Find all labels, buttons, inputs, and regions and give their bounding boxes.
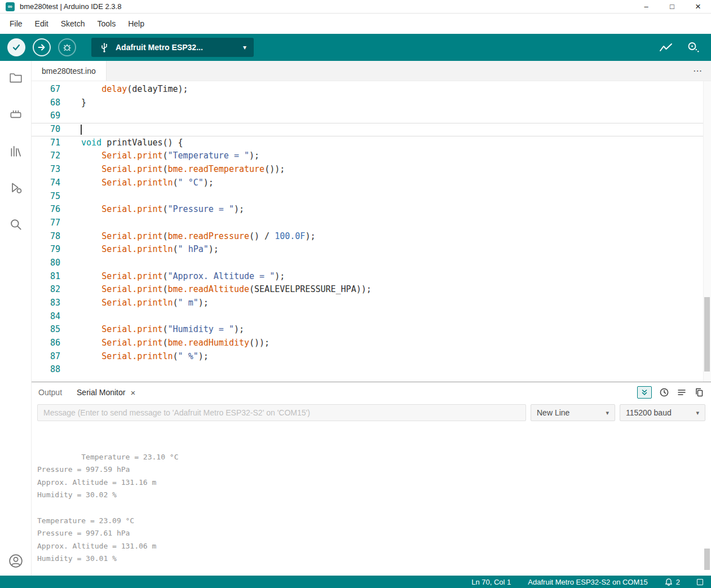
baud-rate-value: 115200 baud (626, 408, 672, 417)
serial-message-input[interactable] (37, 404, 526, 421)
code-line-70[interactable]: 70 (32, 123, 711, 136)
search-icon[interactable] (8, 216, 24, 232)
serial-scrollbar-thumb[interactable] (704, 549, 710, 570)
bug-icon (62, 42, 72, 52)
cursor-position[interactable]: Ln 70, Col 1 (471, 578, 511, 586)
code-line-72[interactable]: 72 Serial.print("Temperature = "); (32, 149, 711, 163)
menu-help[interactable]: Help (122, 16, 151, 31)
editor-actions-icon[interactable]: ⋯ (684, 61, 711, 81)
feedback-icon[interactable] (697, 579, 703, 585)
arduino-ide-window: ∞ bme280test | Arduino IDE 2.3.8 – □ × F… (0, 0, 711, 588)
tab-output[interactable]: Output (38, 388, 62, 397)
autoscroll-toggle[interactable] (637, 386, 652, 399)
code-line-76[interactable]: 76 Serial.print("Pressure = "); (32, 203, 711, 216)
maximize-button[interactable]: □ (659, 0, 685, 13)
serial-plotter-icon[interactable] (659, 41, 673, 54)
line-number[interactable]: 75 (32, 190, 60, 204)
activity-sidebar (0, 61, 32, 576)
line-number[interactable]: 87 (32, 350, 60, 364)
line-number[interactable]: 73 (32, 163, 60, 176)
line-number[interactable]: 88 (32, 363, 60, 377)
line-number[interactable]: 85 (32, 323, 60, 337)
tab-serial-monitor[interactable]: Serial Monitor × (77, 388, 135, 397)
line-number[interactable]: 67 (32, 83, 60, 96)
double-chevron-down-icon (641, 388, 648, 396)
library-manager-icon[interactable] (8, 143, 24, 159)
code-line-87[interactable]: 87 Serial.println(" %"); (32, 350, 711, 364)
menu-tools[interactable]: Tools (91, 16, 122, 31)
code-line-77[interactable]: 77 (32, 216, 711, 230)
line-number[interactable]: 86 (32, 337, 60, 350)
window-title: bme280test | Arduino IDE 2.3.8 (20, 2, 121, 11)
chevron-down-icon: ▾ (606, 409, 609, 417)
line-number[interactable]: 81 (32, 270, 60, 284)
code-line-74[interactable]: 74 Serial.println(" °C"); (32, 176, 711, 190)
line-number[interactable]: 77 (32, 216, 60, 230)
tab-label: bme280test.ino (42, 67, 96, 76)
bell-icon (665, 578, 673, 586)
editor-scrollbar-thumb[interactable] (704, 297, 710, 372)
line-number[interactable]: 74 (32, 176, 60, 190)
board-selector-dropdown[interactable]: Adafruit Metro ESP32... ▾ (91, 38, 254, 57)
copy-output-icon[interactable] (694, 387, 704, 397)
minimize-button[interactable]: – (633, 0, 659, 13)
notifications[interactable]: 2 (665, 578, 680, 586)
text-cursor (81, 125, 82, 135)
right-arrow-icon (37, 42, 47, 52)
notification-count: 2 (676, 578, 680, 586)
boards-manager-icon[interactable] (8, 107, 24, 122)
menu-sketch[interactable]: Sketch (55, 16, 91, 31)
board-connection-status[interactable]: Adafruit Metro ESP32-S2 on COM15 (528, 578, 647, 586)
serial-monitor-icon[interactable] (687, 41, 700, 54)
code-line-69[interactable]: 69 (32, 109, 711, 123)
close-button[interactable]: × (685, 0, 711, 13)
code-line-80[interactable]: 80 (32, 257, 711, 270)
code-line-86[interactable]: 86 Serial.print(bme.readHumidity()); (32, 337, 711, 350)
line-number[interactable]: 76 (32, 203, 60, 216)
code-line-67[interactable]: 67 delay(delayTime); (32, 83, 711, 96)
code-line-71[interactable]: 71void printValues() { (32, 136, 711, 150)
code-line-84[interactable]: 84 (32, 310, 711, 324)
line-number[interactable]: 83 (32, 297, 60, 310)
line-number[interactable]: 68 (32, 96, 60, 110)
code-line-78[interactable]: 78 Serial.print(bme.readPressure() / 100… (32, 230, 711, 244)
debug-button[interactable] (58, 38, 76, 56)
line-number[interactable]: 82 (32, 283, 60, 297)
code-line-79[interactable]: 79 Serial.println(" hPa"); (32, 243, 711, 257)
line-number[interactable]: 79 (32, 243, 60, 257)
code-line-73[interactable]: 73 Serial.print(bme.readTemperature()); (32, 163, 711, 176)
clear-output-icon[interactable] (677, 387, 687, 397)
timestamp-toggle[interactable] (659, 387, 669, 397)
line-number[interactable]: 78 (32, 230, 60, 244)
code-line-88[interactable]: 88 (32, 363, 711, 377)
code-editor[interactable]: 67 delay(delayTime);68}697071void printV… (32, 81, 711, 382)
verify-button[interactable] (7, 38, 25, 56)
code-line-75[interactable]: 75 (32, 190, 711, 204)
code-line-68[interactable]: 68} (32, 96, 711, 110)
code-line-81[interactable]: 81 Serial.print("Approx. Altitude = "); (32, 270, 711, 284)
line-number[interactable]: 70 (32, 123, 60, 136)
code-line-83[interactable]: 83 Serial.println(" m"); (32, 297, 711, 310)
toolbar-right (659, 41, 704, 54)
line-number[interactable]: 72 (32, 149, 60, 163)
debug-panel-icon[interactable] (8, 180, 24, 196)
upload-button[interactable] (33, 38, 51, 56)
serial-monitor-toolbar (637, 386, 704, 399)
sketchbook-folder-icon[interactable] (8, 70, 24, 86)
baud-rate-dropdown[interactable]: 115200 baud ▾ (620, 404, 705, 421)
line-number[interactable]: 84 (32, 310, 60, 324)
tab-bme280test-ino[interactable]: bme280test.ino (32, 61, 107, 81)
menu-file[interactable]: File (3, 16, 29, 31)
line-number[interactable]: 71 (32, 136, 60, 150)
code-line-82[interactable]: 82 Serial.print(bme.readAltitude(SEALEVE… (32, 283, 711, 297)
code-line-85[interactable]: 85 Serial.print("Humidity = "); (32, 323, 711, 337)
toolbar: Adafruit Metro ESP32... ▾ (0, 34, 711, 61)
menu-edit[interactable]: Edit (29, 16, 55, 31)
line-number[interactable]: 69 (32, 109, 60, 123)
line-ending-dropdown[interactable]: New Line ▾ (531, 404, 615, 421)
line-number[interactable]: 80 (32, 257, 60, 270)
close-serial-monitor-icon[interactable]: × (130, 388, 135, 397)
editor-scrollbar[interactable] (703, 81, 711, 382)
account-icon[interactable] (8, 553, 24, 569)
serial-output[interactable]: Temperature = 23.10 °C Pressure = 997.59… (32, 426, 711, 576)
